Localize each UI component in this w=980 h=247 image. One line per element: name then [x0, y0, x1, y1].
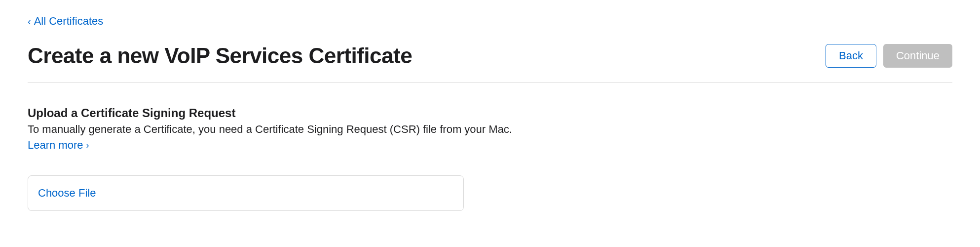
- learn-more-link[interactable]: Learn more ›: [28, 139, 89, 152]
- chevron-right-icon: ›: [86, 140, 89, 151]
- choose-file-box[interactable]: Choose File: [28, 175, 464, 211]
- chevron-left-icon: ‹: [28, 16, 31, 27]
- breadcrumb-label: All Certificates: [34, 15, 104, 28]
- upload-section: Upload a Certificate Signing Request To …: [28, 106, 952, 175]
- continue-button: Continue: [883, 44, 952, 68]
- section-description: To manually generate a Certificate, you …: [28, 123, 952, 136]
- section-title: Upload a Certificate Signing Request: [28, 106, 952, 120]
- back-button[interactable]: Back: [826, 44, 876, 68]
- choose-file-label: Choose File: [38, 187, 96, 199]
- header-row: Create a new VoIP Services Certificate B…: [28, 43, 952, 82]
- page-title: Create a new VoIP Services Certificate: [28, 43, 412, 68]
- learn-more-label: Learn more: [28, 139, 83, 152]
- button-group: Back Continue: [826, 44, 952, 68]
- breadcrumb-all-certificates[interactable]: ‹ All Certificates: [28, 15, 103, 28]
